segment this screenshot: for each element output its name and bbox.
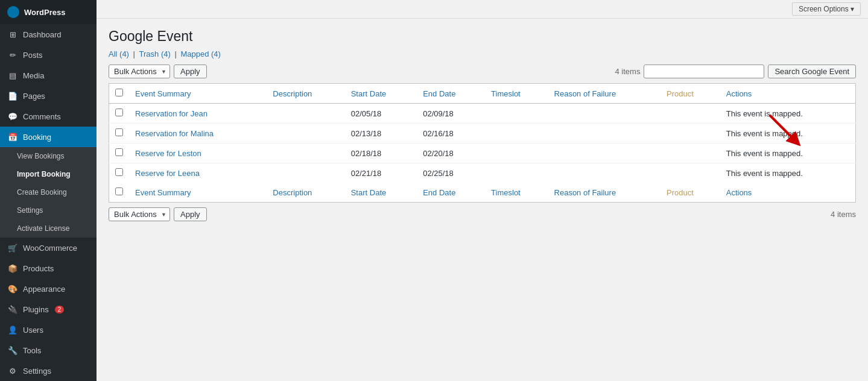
sidebar-item-comments[interactable]: 💬 Comments — [0, 106, 97, 127]
sidebar-item-view-bookings[interactable]: View Bookings — [0, 147, 97, 165]
row-event-summary: Reservation for Malina — [129, 124, 267, 143]
event-name-link-1[interactable]: Reservation for Malina — [135, 129, 214, 138]
toolbar-left: Bulk Actions Apply — [109, 65, 207, 78]
sidebar-item-dashboard[interactable]: ⊞ Dashboard — [0, 24, 97, 45]
row-end-date: 02/09/18 — [417, 104, 485, 124]
bulk-actions-select-bottom[interactable]: Bulk Actions — [109, 207, 170, 221]
screen-options-button[interactable]: Screen Options ▾ — [792, 2, 861, 16]
media-icon: ▤ — [7, 70, 18, 81]
col-reason-footer[interactable]: Reason of Failure — [548, 183, 661, 203]
row-start-date: 02/21/18 — [345, 163, 417, 183]
col-event-summary-header[interactable]: Event Summary — [129, 84, 267, 104]
search-input[interactable] — [644, 65, 764, 78]
sidebar-item-products[interactable]: 📦 Products — [0, 258, 97, 279]
row-checkbox-2[interactable] — [115, 148, 123, 156]
col-end-date-footer[interactable]: End Date — [417, 183, 485, 203]
row-checkbox-1[interactable] — [115, 128, 123, 136]
top-toolbar: Bulk Actions Apply 4 items Search Google… — [109, 65, 856, 78]
sidebar-item-media[interactable]: ▤ Media — [0, 65, 97, 86]
row-check-cell — [109, 143, 130, 163]
row-reason — [548, 143, 661, 163]
col-description-footer[interactable]: Description — [267, 183, 344, 203]
sidebar-item-pages[interactable]: 📄 Pages — [0, 86, 97, 106]
search-button[interactable]: Search Google Event — [768, 65, 856, 78]
col-start-date-header[interactable]: Start Date — [345, 84, 417, 104]
row-actions: This event is mapped. — [720, 143, 856, 163]
appearance-icon: 🎨 — [7, 283, 18, 294]
row-actions: This event is mapped. — [720, 163, 856, 183]
sidebar-item-label: Settings — [23, 367, 51, 376]
col-check-footer — [109, 183, 130, 203]
apply-button-bottom[interactable]: Apply — [174, 207, 207, 221]
activate-license-label: Activate License — [17, 224, 69, 233]
create-booking-label: Create Booking — [17, 188, 67, 197]
col-end-date-header[interactable]: End Date — [417, 84, 485, 104]
row-description — [267, 124, 344, 143]
bulk-actions-select-top[interactable]: Bulk Actions — [109, 65, 170, 78]
page-title: Google Event — [109, 28, 856, 45]
wp-logo-icon — [7, 6, 19, 18]
row-end-date: 02/20/18 — [417, 143, 485, 163]
col-check-header — [109, 84, 130, 104]
users-icon: 👤 — [7, 324, 18, 335]
woocommerce-icon: 🛒 — [7, 242, 18, 253]
bottom-toolbar: Bulk Actions Apply 4 items — [109, 207, 856, 221]
select-all-checkbox-top[interactable] — [115, 89, 123, 96]
filter-mapped[interactable]: Mapped (4) — [180, 49, 220, 58]
sidebar-item-label: Tools — [23, 346, 41, 355]
bottom-toolbar-left: Bulk Actions Apply — [109, 207, 207, 221]
sidebar-item-activate-license[interactable]: Activate License — [0, 219, 97, 238]
row-check-cell — [109, 124, 130, 143]
pages-icon: 📄 — [7, 90, 18, 101]
table-row: Reserve for Leena 02/21/18 02/25/18 This… — [109, 163, 856, 183]
sidebar-item-appearance[interactable]: 🎨 Appearance — [0, 279, 97, 299]
event-name-link-0[interactable]: Reservation for Jean — [135, 109, 207, 118]
items-count-bottom: 4 items — [831, 210, 856, 219]
sidebar-item-woocommerce[interactable]: 🛒 WooCommerce — [0, 238, 97, 258]
filter-all[interactable]: All (4) — [109, 49, 129, 58]
row-product — [661, 104, 720, 124]
filter-links: All (4) | Trash (4) | Mapped (4) — [109, 49, 856, 58]
products-icon: 📦 — [7, 263, 18, 274]
sidebar-item-users[interactable]: 👤 Users — [0, 320, 97, 340]
col-reason-header[interactable]: Reason of Failure — [548, 84, 661, 104]
page-content: Google Event All (4) | Trash (4) | Mappe… — [97, 19, 868, 231]
col-timeslot-header[interactable]: Timeslot — [485, 84, 548, 104]
col-timeslot-footer[interactable]: Timeslot — [485, 183, 548, 203]
row-checkbox-0[interactable] — [115, 109, 123, 116]
col-actions-footer: Actions — [720, 183, 856, 203]
sidebar-item-label: Posts — [23, 51, 43, 60]
apply-button-top[interactable]: Apply — [174, 65, 207, 78]
col-start-date-footer[interactable]: Start Date — [345, 183, 417, 203]
filter-trash[interactable]: Trash (4) — [139, 49, 171, 58]
sidebar-item-tools[interactable]: 🔧 Tools — [0, 340, 97, 361]
sidebar-item-settings[interactable]: ⚙ Settings — [0, 361, 97, 381]
sidebar-item-label: Plugins — [23, 305, 49, 314]
sidebar-item-booking[interactable]: 📅 Booking — [0, 127, 97, 147]
sidebar-item-posts[interactable]: ✏ Posts — [0, 45, 97, 65]
table-row: Reservation for Jean 02/05/18 02/09/18 T… — [109, 104, 856, 124]
row-checkbox-3[interactable] — [115, 168, 123, 176]
toolbar-right: 4 items Search Google Event — [615, 65, 856, 78]
row-reason — [548, 163, 661, 183]
col-product-footer[interactable]: Product — [661, 183, 720, 203]
plugins-icon: 🔌 — [7, 304, 18, 315]
row-product — [661, 124, 720, 143]
col-description-header[interactable]: Description — [267, 84, 344, 104]
row-end-date: 02/16/18 — [417, 124, 485, 143]
row-event-summary: Reserve for Leston — [129, 143, 267, 163]
sidebar-item-label: Pages — [23, 92, 45, 101]
row-timeslot — [485, 163, 548, 183]
sidebar-logo: WordPress — [0, 0, 97, 24]
sidebar-item-settings-sub[interactable]: Settings — [0, 201, 97, 219]
col-product-header[interactable]: Product — [661, 84, 720, 104]
event-name-link-2[interactable]: Reserve for Leston — [135, 149, 201, 158]
sidebar-item-import-booking[interactable]: Import Booking — [0, 165, 97, 183]
sidebar-item-plugins[interactable]: 🔌 Plugins 2 — [0, 299, 97, 320]
select-all-checkbox-bottom[interactable] — [115, 187, 123, 195]
sidebar-item-label: Users — [23, 326, 43, 335]
sidebar-item-create-booking[interactable]: Create Booking — [0, 183, 97, 201]
col-event-summary-footer[interactable]: Event Summary — [129, 183, 267, 203]
event-name-link-3[interactable]: Reserve for Leena — [135, 169, 200, 178]
row-product — [661, 143, 720, 163]
